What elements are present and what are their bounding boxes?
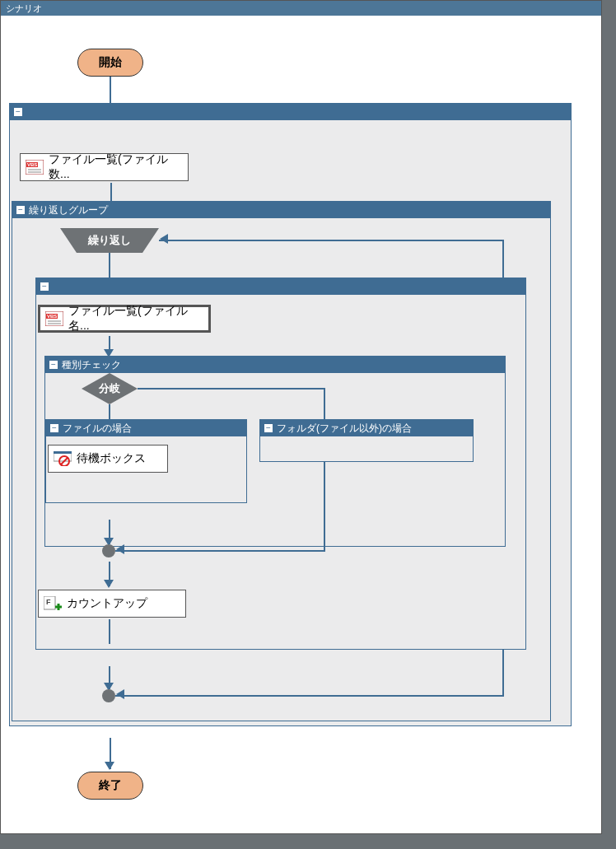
file-name-step[interactable]: VBS ファイル一覧(ファイル名... (38, 305, 211, 333)
inner-group-header[interactable]: − (36, 278, 525, 295)
file-name-label: ファイル一覧(ファイル名... (68, 304, 203, 334)
type-check-body: 分岐 − (45, 373, 505, 546)
connector (109, 404, 110, 419)
collapse-icon[interactable]: − (49, 360, 58, 370)
fplus-icon: F (44, 596, 62, 611)
loop-label: 繰り返し (88, 233, 131, 248)
file-case-body: 待機ボックス (46, 436, 246, 502)
file-case-header[interactable]: − ファイルの場合 (46, 420, 246, 436)
scenario-canvas: シナリオ 開始 − VBS ファイル一覧(ファイル数 (0, 0, 602, 834)
collapse-icon[interactable]: − (13, 107, 23, 117)
wait-label: 待機ボックス (77, 451, 146, 466)
connector (110, 77, 111, 103)
vbs-icon: VBS (45, 311, 63, 326)
end-node[interactable]: 終了 (77, 772, 143, 800)
collapse-icon[interactable]: − (40, 282, 49, 292)
end-label: 終了 (99, 778, 122, 793)
scenario-header: シナリオ (1, 1, 601, 16)
arrowhead-icon (116, 544, 124, 554)
connector (109, 253, 110, 278)
connector (115, 550, 325, 552)
type-check-title: 種別チェック (62, 358, 121, 372)
repeat-group[interactable]: − 繰り返しグループ 繰り返し (12, 201, 551, 721)
arrowhead-icon (116, 689, 124, 699)
repeat-group-body: 繰り返し − (12, 218, 550, 721)
arrowhead-icon (160, 234, 168, 244)
folder-case-group[interactable]: − フォルダ(ファイル以外)の場合 (259, 419, 474, 462)
outer-group-header[interactable]: − (10, 104, 571, 120)
loop-node[interactable]: 繰り返し (60, 228, 159, 253)
arrowhead-icon (105, 762, 114, 770)
connector (324, 388, 325, 419)
folder-case-header[interactable]: − フォルダ(ファイル以外)の場合 (260, 420, 473, 436)
repeat-group-title: 繰り返しグループ (29, 203, 108, 217)
svg-text:VBS: VBS (27, 162, 37, 167)
branch-label: 分岐 (99, 381, 120, 396)
file-count-step[interactable]: VBS ファイル一覧(ファイル数... (20, 153, 189, 181)
wait-step[interactable]: 待機ボックス (48, 445, 168, 473)
folder-case-body (260, 436, 473, 461)
countup-label: カウントアップ (67, 596, 147, 611)
merge-node (102, 689, 115, 702)
folder-case-title: フォルダ(ファイル以外)の場合 (277, 422, 412, 436)
collapse-icon[interactable]: − (49, 423, 59, 433)
connector (324, 462, 325, 551)
repeat-group-header[interactable]: − 繰り返しグループ (12, 202, 550, 218)
outer-group[interactable]: − VBS ファイル一覧(ファイル数... − (9, 103, 572, 726)
file-count-label: ファイル一覧(ファイル数... (49, 152, 183, 182)
scenario-title: シナリオ (6, 3, 42, 13)
inner-group-body: VBS ファイル一覧(ファイル名... (36, 295, 525, 649)
scenario-body: 開始 − VBS ファイル一覧(ファイル数... (1, 16, 601, 833)
svg-text:F: F (46, 598, 51, 606)
outer-group-body: VBS ファイル一覧(ファイル数... − 繰り返しグループ (10, 120, 571, 725)
inner-group[interactable]: − VBS ファイル一覧(ファイル名... (35, 278, 526, 650)
start-label: 開始 (99, 55, 122, 70)
svg-rect-13 (54, 451, 72, 454)
connector (115, 695, 504, 697)
page-root: シナリオ 開始 − VBS ファイル一覧(ファイル数 (0, 0, 616, 849)
type-check-group[interactable]: − 種別チェック 分岐 (44, 356, 506, 547)
connector (109, 619, 110, 644)
file-case-title: ファイルの場合 (63, 422, 132, 436)
countup-step[interactable]: F カウントアップ (38, 590, 186, 618)
type-check-header[interactable]: − 種別チェック (45, 357, 505, 373)
svg-text:VBS: VBS (47, 314, 57, 319)
collapse-icon[interactable]: − (16, 205, 26, 215)
branch-node[interactable]: 分岐 (82, 373, 138, 404)
file-case-group[interactable]: − ファイルの場合 (45, 419, 247, 503)
merge-node (102, 544, 115, 557)
connector (159, 240, 504, 241)
connector (110, 183, 112, 201)
arrowhead-icon (104, 580, 114, 588)
collapse-icon[interactable]: − (264, 423, 273, 433)
vbs-icon: VBS (26, 160, 44, 175)
start-node[interactable]: 開始 (77, 49, 143, 77)
connector (138, 388, 325, 390)
prohibit-icon (54, 451, 72, 466)
